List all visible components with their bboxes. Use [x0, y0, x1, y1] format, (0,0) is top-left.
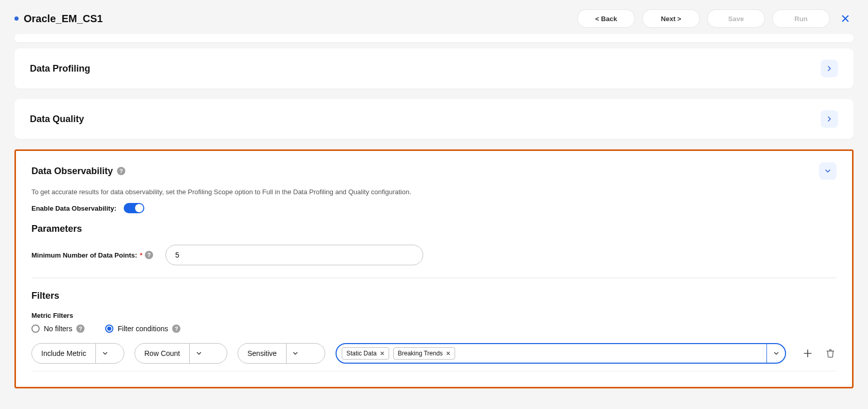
card-profiling-title: Data Profiling — [30, 63, 90, 74]
radio-no-filters-item[interactable]: No filters ? — [31, 325, 85, 333]
title-wrap: Oracle_EM_CS1 — [14, 13, 103, 25]
card-data-profiling: Data Profiling — [14, 48, 854, 89]
radio-filter-conditions[interactable] — [105, 325, 113, 333]
radio-filter-conditions-item[interactable]: Filter conditions ? — [105, 325, 180, 333]
expand-quality-button[interactable] — [821, 110, 838, 128]
card-quality-title: Data Quality — [30, 114, 84, 125]
chevron-down-icon[interactable] — [286, 344, 305, 363]
chevron-down-icon[interactable] — [189, 344, 208, 363]
filter-action-select[interactable]: Include Metric — [31, 343, 124, 364]
tag-chip: Breaking Trends ✕ — [393, 347, 455, 360]
enable-observability-toggle[interactable] — [124, 203, 144, 213]
next-button[interactable]: Next > — [642, 9, 700, 28]
filter-mode-radio-group: No filters ? Filter conditions ? — [31, 325, 837, 333]
required-asterisk: * — [140, 251, 142, 259]
radio-no-filters-label: No filters — [44, 325, 72, 333]
filter-condition-row: Include Metric Row Count Sensitive — [31, 343, 837, 364]
filter-metric-select[interactable]: Row Count — [135, 343, 227, 364]
enable-observability-row: Enable Data Observability: — [31, 203, 837, 213]
filter-tags-body: Static Data ✕ Breaking Trends ✕ — [337, 344, 766, 363]
add-filter-icon[interactable] — [802, 347, 814, 360]
enable-observability-label: Enable Data Observability: — [31, 204, 116, 212]
collapse-observability-button[interactable] — [819, 162, 837, 180]
help-icon[interactable]: ? — [145, 251, 153, 259]
filter-mode-value: Sensitive — [238, 344, 286, 363]
min-data-points-row: Minimum Number of Data Points: * ? — [31, 245, 837, 265]
divider — [31, 278, 837, 278]
page-title: Oracle_EM_CS1 — [24, 13, 103, 25]
delete-filter-icon[interactable] — [824, 347, 837, 360]
remove-tag-icon[interactable]: ✕ — [446, 350, 450, 357]
card-data-observability: Data Observability ? To get accurate res… — [14, 149, 854, 388]
observability-info-text: To get accurate results for data observa… — [31, 186, 837, 203]
expand-profiling-button[interactable] — [821, 60, 838, 77]
header-actions: < Back Next > Save Run — [577, 9, 854, 28]
filter-metric-value: Row Count — [135, 344, 189, 363]
status-dot-icon — [14, 16, 19, 21]
filter-tags-multiselect[interactable]: Static Data ✕ Breaking Trends ✕ — [336, 343, 786, 364]
min-data-points-input[interactable] — [165, 245, 423, 265]
back-button[interactable]: < Back — [577, 9, 635, 28]
metric-filters-label: Metric Filters — [31, 312, 837, 319]
chevron-down-icon[interactable] — [95, 344, 114, 363]
filter-mode-select[interactable]: Sensitive — [238, 343, 325, 364]
page-header: Oracle_EM_CS1 < Back Next > Save Run — [0, 0, 868, 34]
card-data-quality: Data Quality — [14, 99, 854, 139]
filter-row-actions — [802, 347, 837, 360]
help-icon[interactable]: ? — [172, 325, 180, 333]
observability-title: Data Observability — [31, 166, 113, 177]
divider — [31, 371, 837, 371]
radio-no-filters[interactable] — [31, 325, 40, 333]
close-icon[interactable] — [837, 10, 854, 27]
tag-chip: Static Data ✕ — [342, 347, 389, 360]
save-button: Save — [707, 9, 765, 28]
help-icon[interactable]: ? — [76, 325, 85, 333]
filters-title: Filters — [31, 291, 837, 301]
parameters-title: Parameters — [31, 224, 837, 234]
filter-action-value: Include Metric — [32, 344, 95, 363]
remove-tag-icon[interactable]: ✕ — [380, 350, 385, 357]
main-content: Data Profiling Data Quality Data Observa… — [0, 34, 868, 409]
min-data-points-label: Minimum Number of Data Points: * ? — [31, 251, 155, 259]
separator-card — [14, 34, 854, 42]
run-button: Run — [772, 9, 830, 28]
tag-chip-label: Static Data — [346, 350, 377, 357]
tag-chip-label: Breaking Trends — [398, 350, 443, 357]
radio-filter-conditions-label: Filter conditions — [118, 325, 168, 333]
help-icon[interactable]: ? — [117, 167, 125, 175]
chevron-down-icon[interactable] — [766, 344, 785, 363]
